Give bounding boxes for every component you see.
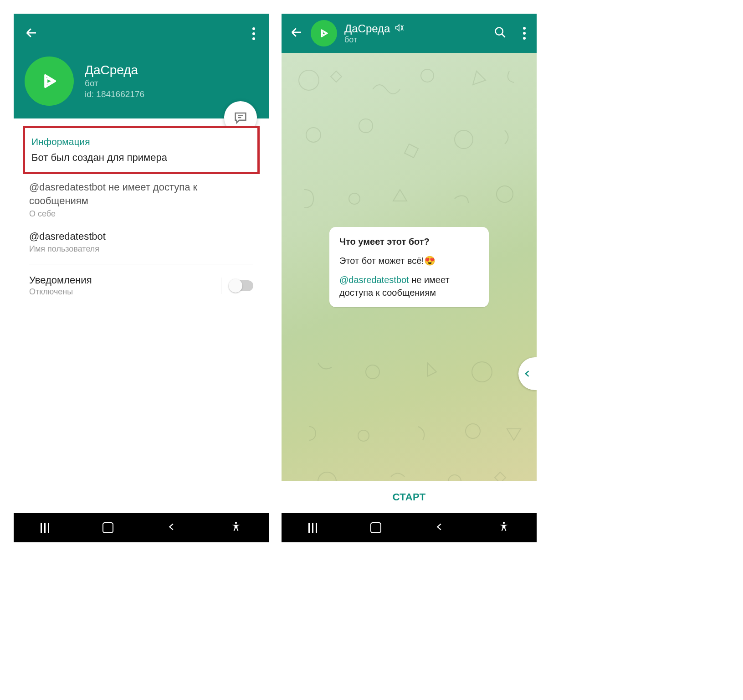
muted-icon bbox=[395, 23, 404, 34]
profile-id: id: 1841662176 bbox=[85, 89, 144, 99]
bot-info-bubble: Что умеет этот бот? Этот бот может всё!😍… bbox=[329, 227, 489, 307]
svg-point-3 bbox=[421, 69, 434, 82]
chat-header: ДаСреда бот bbox=[282, 14, 537, 53]
profile-texts: ДаСреда бот id: 1841662176 bbox=[85, 63, 144, 99]
nav-recent-button[interactable] bbox=[41, 523, 49, 533]
info-description: Бот был создан для примера bbox=[31, 152, 251, 164]
svg-point-7 bbox=[497, 186, 513, 202]
nav-home-button[interactable] bbox=[102, 522, 113, 533]
access-sublabel: О себе bbox=[29, 209, 253, 219]
start-bar: СТАРТ bbox=[282, 481, 537, 513]
profile-screen: ДаСреда бот id: 1841662176 Информация Бо… bbox=[14, 14, 269, 542]
profile-header: ДаСреда бот id: 1841662176 bbox=[14, 14, 269, 118]
notifications-title: Уведомления bbox=[29, 274, 92, 286]
profile-row: ДаСреда бот id: 1841662176 bbox=[25, 57, 258, 106]
nav-accessibility-button[interactable] bbox=[498, 521, 510, 535]
svg-point-14 bbox=[503, 522, 505, 524]
nav-home-button[interactable] bbox=[370, 522, 381, 533]
bubble-access-line: @dasredatestbot не имеет доступа к сообщ… bbox=[339, 273, 479, 299]
svg-point-6 bbox=[349, 193, 360, 204]
start-button[interactable]: СТАРТ bbox=[282, 491, 537, 503]
android-navbar bbox=[14, 513, 269, 542]
nav-back-button[interactable] bbox=[167, 522, 177, 534]
back-button[interactable] bbox=[25, 26, 38, 41]
bubble-heading: Что умеет этот бот? bbox=[339, 235, 479, 248]
side-scroll-tab[interactable] bbox=[518, 357, 537, 390]
svg-point-0 bbox=[235, 522, 237, 524]
svg-point-5 bbox=[455, 130, 473, 149]
nav-back-button[interactable] bbox=[435, 522, 445, 534]
svg-point-8 bbox=[366, 365, 379, 379]
svg-point-12 bbox=[318, 472, 336, 481]
search-button[interactable] bbox=[494, 26, 507, 41]
chat-background: Что умеет этот бот? Этот бот может всё!😍… bbox=[282, 53, 537, 481]
svg-point-2 bbox=[299, 70, 319, 90]
access-mention: @dasredatestbot bbox=[29, 181, 106, 193]
divider bbox=[29, 264, 253, 264]
back-button[interactable] bbox=[290, 26, 303, 41]
avatar[interactable] bbox=[25, 57, 74, 106]
access-text: @dasredatestbot не имеет доступа к сообщ… bbox=[29, 180, 253, 207]
topbar bbox=[25, 24, 258, 44]
bubble-body-text: Этот бот может всё! bbox=[339, 256, 424, 266]
svg-point-13 bbox=[448, 475, 461, 481]
chat-name: ДаСреда bbox=[344, 22, 390, 35]
svg-point-10 bbox=[358, 430, 369, 441]
more-menu-button[interactable] bbox=[520, 24, 528, 42]
avatar[interactable] bbox=[311, 20, 337, 46]
chat-title-area[interactable]: ДаСреда бот bbox=[344, 22, 487, 45]
nav-recent-button[interactable] bbox=[308, 523, 317, 533]
svg-point-11 bbox=[466, 424, 480, 438]
chat-subtitle: бот bbox=[344, 35, 487, 45]
svg-point-4 bbox=[306, 128, 321, 142]
username-value: @dasredatestbot bbox=[29, 231, 253, 242]
profile-body: @dasredatestbot не имеет доступа к сообщ… bbox=[14, 174, 269, 301]
info-heading: Информация bbox=[31, 136, 251, 147]
notifications-toggle[interactable] bbox=[230, 280, 253, 291]
username-sublabel: Имя пользователя bbox=[29, 244, 253, 254]
nav-accessibility-button[interactable] bbox=[230, 521, 242, 535]
svg-point-1 bbox=[496, 28, 503, 35]
username-row[interactable]: @dasredatestbot Имя пользователя bbox=[29, 231, 253, 254]
bubble-mention: @dasredatestbot bbox=[339, 275, 409, 285]
more-menu-button[interactable] bbox=[250, 25, 258, 43]
vertical-divider bbox=[221, 278, 221, 294]
heart-eyes-emoji-icon: 😍 bbox=[424, 256, 436, 266]
android-navbar bbox=[282, 513, 537, 542]
notifications-status: Отключены bbox=[29, 287, 92, 297]
info-highlight-box: Информация Бот был создан для примера bbox=[23, 126, 260, 174]
profile-name: ДаСреда bbox=[85, 63, 144, 77]
bubble-body: Этот бот может всё!😍 bbox=[339, 254, 479, 267]
profile-subtitle: бот bbox=[85, 78, 144, 88]
svg-point-9 bbox=[472, 362, 492, 382]
notifications-row[interactable]: Уведомления Отключены bbox=[29, 274, 253, 301]
chat-screen: ДаСреда бот bbox=[282, 14, 537, 542]
